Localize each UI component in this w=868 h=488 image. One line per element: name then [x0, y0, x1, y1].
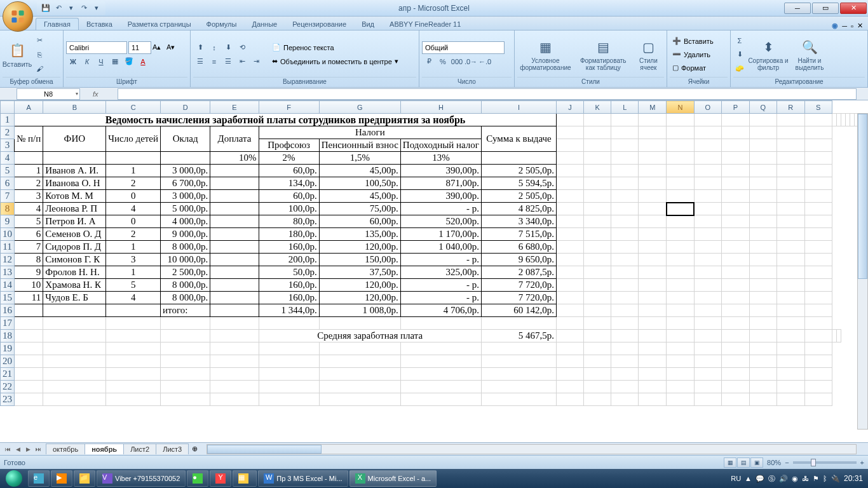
- qat-undo-icon[interactable]: ↶: [53, 3, 64, 13]
- grow-font-icon[interactable]: A▴: [153, 43, 165, 51]
- tray-power-icon[interactable]: 🔌: [831, 475, 840, 483]
- tray-chat-icon[interactable]: 💬: [756, 475, 764, 483]
- inc-indent-icon[interactable]: ⇥: [249, 55, 263, 68]
- zoom-out-icon[interactable]: −: [785, 459, 789, 466]
- align-right-icon[interactable]: ☰: [221, 55, 235, 68]
- tray-clock[interactable]: 20:31: [844, 474, 863, 483]
- tray-lang[interactable]: RU: [731, 475, 741, 482]
- percent-icon[interactable]: %: [436, 55, 450, 68]
- task-folder[interactable]: 📁: [74, 470, 95, 487]
- insert-cells-button[interactable]: ➕Вставить: [670, 35, 716, 48]
- font-color-icon[interactable]: A: [136, 55, 150, 68]
- tray-net-icon[interactable]: 🖧: [802, 475, 809, 482]
- italic-button[interactable]: К: [80, 55, 94, 68]
- comma-icon[interactable]: 000: [450, 55, 464, 68]
- sheet-nav-first-icon[interactable]: ⏮: [3, 444, 13, 454]
- merge-center-button[interactable]: ⬌Объединить и поместить в центре▾: [269, 55, 401, 68]
- sheet-tab-oct[interactable]: октябрь: [46, 444, 85, 454]
- view-layout-icon[interactable]: ▤: [737, 458, 750, 468]
- orientation-icon[interactable]: ⟲: [235, 41, 249, 54]
- task-ie[interactable]: e: [28, 470, 50, 487]
- format-painter-icon[interactable]: 🖌: [33, 62, 46, 75]
- tab-formulas[interactable]: Формулы: [199, 18, 245, 30]
- tray-vol-icon[interactable]: 🔊: [779, 475, 788, 483]
- paste-button[interactable]: 📋Вставить: [3, 34, 32, 76]
- view-normal-icon[interactable]: ▦: [724, 458, 736, 468]
- close-button[interactable]: ✕: [840, 3, 867, 14]
- task-viber[interactable]: VViber +79155370052: [97, 470, 186, 487]
- tab-home[interactable]: Главная: [36, 18, 79, 30]
- spreadsheet-grid[interactable]: ABCDEFGHIJKLMNOPQRS1Ведомость начисления…: [0, 100, 868, 406]
- task-green[interactable]: ●: [187, 470, 208, 487]
- minimize-button[interactable]: ─: [784, 3, 811, 14]
- qat-redo-icon[interactable]: ↷: [79, 3, 89, 13]
- help-icon[interactable]: ◉: [832, 22, 838, 30]
- tab-data[interactable]: Данные: [244, 18, 285, 30]
- qat-dd-icon[interactable]: ▾: [66, 3, 76, 13]
- formula-input[interactable]: [118, 88, 857, 100]
- tray-flag-icon[interactable]: ⚑: [813, 475, 819, 483]
- clear-icon[interactable]: 🧽: [733, 62, 746, 75]
- sort-filter-button[interactable]: ⬍Сортировка и фильтр: [747, 34, 789, 76]
- zoom-level[interactable]: 80%: [767, 459, 781, 466]
- tab-page-layout[interactable]: Разметка страницы: [120, 18, 199, 30]
- format-table-button[interactable]: ▤Форматировать как таблицу: [575, 34, 632, 76]
- fill-color-icon[interactable]: 🪣: [122, 55, 136, 68]
- start-button[interactable]: [1, 470, 27, 487]
- task-excel[interactable]: XMicrosoft Excel - а...: [349, 470, 437, 487]
- fx-icon[interactable]: fx: [80, 90, 118, 98]
- sheet-tab-nov[interactable]: ноябрь: [85, 444, 124, 454]
- tab-insert[interactable]: Вставка: [79, 18, 120, 30]
- qat-save-icon[interactable]: 💾: [41, 3, 51, 13]
- find-select-button[interactable]: 🔍Найти и выделить: [790, 34, 829, 76]
- min-ribbon-icon[interactable]: ─: [842, 22, 847, 30]
- border-icon[interactable]: ▦: [108, 55, 122, 68]
- tray-up-icon[interactable]: ▲: [745, 475, 752, 482]
- delete-cells-button[interactable]: ➖Удалить: [670, 48, 716, 61]
- tray-bt-icon[interactable]: ᛒ: [823, 475, 827, 482]
- tab-review[interactable]: Рецензирование: [285, 18, 354, 30]
- align-mid-icon[interactable]: ↕: [207, 41, 221, 54]
- tray-skype-icon[interactable]: Ⓢ: [768, 474, 775, 484]
- copy-icon[interactable]: ⎘: [33, 48, 46, 61]
- align-bot-icon[interactable]: ⬇: [221, 41, 235, 54]
- wrap-text-button[interactable]: 📄Перенос текста: [269, 41, 401, 54]
- restore-icon[interactable]: ▫: [851, 22, 853, 30]
- new-sheet-icon[interactable]: ⊕: [188, 445, 201, 453]
- task-media[interactable]: ▶: [51, 470, 72, 487]
- sheet-tab-list3[interactable]: Лист3: [156, 444, 189, 454]
- cell-styles-button[interactable]: ▢Стили ячеек: [633, 34, 664, 76]
- tab-abbyy[interactable]: ABBYY FineReader 11: [382, 18, 468, 30]
- cond-format-button[interactable]: ▦Условное форматирование: [517, 34, 574, 76]
- zoom-in-icon[interactable]: +: [860, 459, 864, 466]
- sheet-nav-last-icon[interactable]: ⏭: [33, 444, 43, 454]
- sheet-tab-list2[interactable]: Лист2: [123, 444, 156, 454]
- shrink-font-icon[interactable]: A▾: [166, 43, 179, 51]
- number-format-combo[interactable]: Общий: [422, 41, 505, 54]
- vertical-scrollbar[interactable]: [857, 113, 868, 430]
- view-break-icon[interactable]: ▣: [750, 458, 763, 468]
- align-top-icon[interactable]: ⬆: [193, 41, 207, 54]
- align-center-icon[interactable]: ≡: [207, 55, 221, 68]
- align-left-icon[interactable]: ☰: [193, 55, 207, 68]
- sheet-nav-prev-icon[interactable]: ◀: [13, 444, 23, 454]
- format-cells-button[interactable]: ▢Формат: [670, 62, 716, 74]
- currency-icon[interactable]: ₽: [422, 55, 436, 68]
- close-doc-icon[interactable]: ✕: [857, 22, 863, 30]
- maximize-button[interactable]: ▭: [812, 3, 839, 14]
- cut-icon[interactable]: ✂: [33, 34, 46, 47]
- sheet-nav-next-icon[interactable]: ▶: [23, 444, 33, 454]
- dec-indent-icon[interactable]: ⇤: [235, 55, 249, 68]
- office-button[interactable]: [3, 1, 33, 32]
- task-tc[interactable]: ▦: [233, 470, 257, 487]
- tray-viber-icon[interactable]: ◉: [792, 475, 798, 483]
- zoom-slider[interactable]: [793, 461, 857, 464]
- name-box[interactable]: N8: [17, 88, 80, 100]
- tab-view[interactable]: Вид: [354, 18, 382, 30]
- task-word[interactable]: WПр 3 MS Excel - Mi...: [258, 470, 348, 487]
- dec-dec-icon[interactable]: ←.0: [478, 55, 492, 68]
- autosum-icon[interactable]: Σ: [733, 34, 746, 47]
- task-yandex[interactable]: Y: [210, 470, 231, 487]
- fill-icon[interactable]: ⬇: [733, 48, 746, 61]
- font-name-combo[interactable]: Calibri: [66, 41, 127, 54]
